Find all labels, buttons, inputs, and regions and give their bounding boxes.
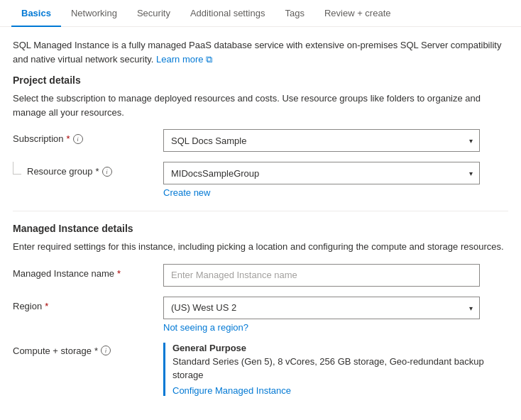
compute-storage-row: Compute + storage * i General Purpose St… [13, 343, 508, 396]
subscription-select[interactable]: SQL Docs Sample [163, 129, 480, 152]
managed-instance-section: Managed Instance details Enter required … [13, 223, 508, 396]
intro-description: SQL Managed Instance is a fully managed … [13, 38, 508, 66]
instance-name-input[interactable] [163, 264, 480, 287]
compute-tier: General Purpose [172, 343, 508, 353]
resource-group-info-icon[interactable]: i [102, 167, 112, 177]
tab-additional-settings[interactable]: Additional settings [180, 1, 275, 27]
resource-group-label-wrap: Resource group * i [13, 162, 155, 177]
compute-details: Standard Series (Gen 5), 8 vCores, 256 G… [172, 355, 508, 382]
subscription-row: Subscription * i SQL Docs Sample ▾ [13, 129, 508, 152]
instance-name-control [163, 264, 508, 287]
indent-line [13, 162, 21, 175]
region-label: Region * [13, 297, 155, 311]
managed-instance-title: Managed Instance details [13, 223, 508, 234]
instance-name-required: * [117, 268, 121, 279]
instance-name-row: Managed Instance name * [13, 264, 508, 287]
subscription-info-icon[interactable]: i [73, 134, 83, 144]
tab-security[interactable]: Security [127, 1, 180, 27]
tab-tags[interactable]: Tags [275, 1, 314, 27]
region-row: Region * (US) West US 2 ▾ Not seeing a r… [13, 297, 508, 333]
resource-group-select-wrapper: MIDocsSampleGroup ▾ [163, 162, 480, 184]
subscription-label: Subscription * i [13, 129, 155, 144]
not-seeing-region-link[interactable]: Not seeing a region? [163, 322, 248, 333]
subscription-select-wrapper: SQL Docs Sample ▾ [163, 129, 480, 152]
instance-name-label: Managed Instance name * [13, 264, 155, 279]
project-details-title: Project details [13, 74, 508, 86]
tab-review-create[interactable]: Review + create [314, 1, 401, 27]
create-new-link[interactable]: Create new [163, 187, 210, 198]
subscription-required: * [67, 133, 70, 144]
region-select[interactable]: (US) West US 2 [163, 297, 480, 319]
compute-content: General Purpose Standard Series (Gen 5),… [163, 343, 508, 396]
project-details-section: Project details Select the subscription … [13, 74, 508, 198]
learn-more-link[interactable]: Learn more ⧉ [156, 54, 212, 65]
tab-networking[interactable]: Networking [61, 1, 127, 27]
compute-label: Compute + storage * i [13, 343, 155, 356]
section-divider-1 [13, 211, 508, 211]
managed-instance-desc: Enter required settings for this instanc… [13, 240, 508, 254]
resource-group-control: MIDocsSampleGroup ▾ Create new [163, 162, 508, 198]
project-details-desc: Select the subscription to manage deploy… [13, 92, 508, 119]
tab-basics[interactable]: Basics [11, 1, 61, 27]
subscription-control: SQL Docs Sample ▾ [163, 129, 508, 152]
main-content: SQL Managed Instance is a fully managed … [0, 27, 521, 417]
resource-group-row: Resource group * i MIDocsSampleGroup ▾ C… [13, 162, 508, 198]
configure-link[interactable]: Configure Managed Instance [172, 385, 291, 396]
compute-info-icon[interactable]: i [101, 346, 111, 355]
resource-group-indent: Resource group * i [13, 166, 112, 177]
tab-bar: Basics Networking Security Additional se… [0, 0, 521, 27]
resource-group-required: * [96, 166, 99, 177]
region-required: * [45, 301, 48, 311]
region-control: (US) West US 2 ▾ Not seeing a region? [163, 297, 508, 333]
compute-required: * [94, 346, 98, 356]
resource-group-select[interactable]: MIDocsSampleGroup [163, 162, 480, 184]
region-select-wrapper: (US) West US 2 ▾ [163, 297, 480, 319]
external-link-icon: ⧉ [206, 54, 212, 65]
